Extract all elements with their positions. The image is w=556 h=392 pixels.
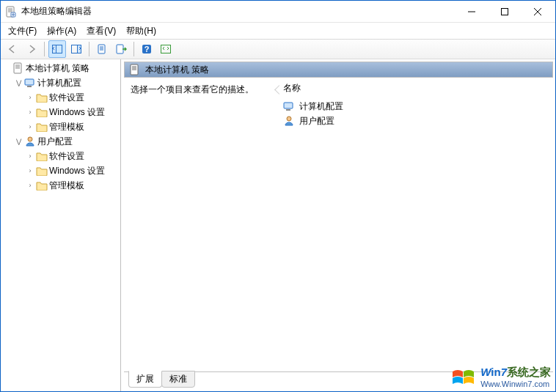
folder-icon (36, 92, 48, 103)
folder-icon (36, 180, 48, 191)
content-area: 本地计算机 策略 ⋁ 计算机配置 › (1, 59, 555, 391)
item-list: 名称 计算机配置 用户配置 (279, 79, 553, 371)
toolbar-separator (44, 42, 45, 56)
menu-help[interactable]: 帮助(H) (122, 23, 161, 39)
toolbar-separator (133, 42, 134, 56)
detail-title: 本地计算机 策略 (145, 64, 209, 76)
tab-extended[interactable]: 扩展 (128, 371, 162, 388)
list-item-label: 用户配置 (299, 115, 334, 127)
tree-item-windows[interactable]: › Windows 设置 (26, 105, 120, 119)
policy-icon (12, 62, 24, 74)
tree-item-software[interactable]: › 软件设置 (26, 90, 120, 105)
svg-rect-17 (117, 45, 123, 53)
toolbar-separator (89, 42, 89, 56)
computer-icon (283, 100, 295, 112)
column-name[interactable]: 名称 (283, 82, 549, 95)
tree-label: 软件设置 (49, 92, 84, 104)
folder-icon (36, 106, 48, 118)
expand-icon[interactable]: › (26, 108, 34, 117)
tree-label: 管理模板 (49, 121, 84, 133)
maximize-button[interactable] (488, 1, 521, 22)
svg-point-27 (28, 137, 32, 141)
description-hint: 选择一个项目来查看它的描述。 (131, 84, 254, 95)
svg-rect-13 (98, 45, 105, 53)
folder-icon (36, 165, 48, 177)
user-icon (24, 136, 36, 147)
export-button[interactable] (112, 40, 130, 58)
tree-root[interactable]: 本地计算机 策略 (2, 61, 120, 75)
menu-action[interactable]: 操作(A) (43, 23, 81, 39)
tree-label: 软件设置 (49, 150, 84, 163)
svg-text:?: ? (145, 45, 150, 53)
show-tree-button[interactable] (48, 40, 66, 58)
tree-label: 管理模板 (49, 180, 84, 192)
toolbar: ? (1, 39, 555, 59)
svg-rect-10 (53, 45, 56, 53)
app-icon (5, 6, 17, 18)
filter-button[interactable] (157, 40, 175, 58)
tree-label: Windows 设置 (49, 165, 105, 177)
forward-button[interactable] (23, 40, 40, 58)
menu-view[interactable]: 查看(V) (82, 23, 120, 39)
menubar: 文件(F) 操作(A) 查看(V) 帮助(H) (1, 23, 555, 39)
list-item-computer[interactable]: 计算机配置 (283, 99, 549, 114)
tree-user-config[interactable]: ⋁ 用户配置 (14, 134, 120, 149)
menu-file[interactable]: 文件(F) (4, 23, 41, 39)
expand-icon[interactable]: › (26, 166, 34, 175)
detail-body: 选择一个项目来查看它的描述。 名称 计算机配置 用户配置 (124, 79, 553, 371)
svg-rect-6 (501, 8, 508, 15)
tree-item-software[interactable]: › 软件设置 (26, 149, 120, 163)
expand-icon[interactable]: › (26, 152, 34, 160)
close-button[interactable] (521, 1, 554, 22)
svg-rect-25 (25, 79, 34, 85)
description-panel: 选择一个项目来查看它的描述。 (125, 79, 279, 371)
tabs-strip: 扩展 标准 (124, 371, 553, 389)
svg-rect-26 (27, 86, 32, 87)
window-title: 本地组策略编辑器 (21, 5, 455, 18)
tree-pane[interactable]: 本地计算机 策略 ⋁ 计算机配置 › (1, 59, 121, 391)
svg-rect-33 (286, 109, 290, 111)
main-pane: 本地计算机 策略 选择一个项目来查看它的描述。 名称 计算机配置 用户配 (121, 59, 555, 391)
tree-label: Windows 设置 (49, 106, 105, 119)
tree-label: 用户配置 (37, 136, 73, 148)
properties-button[interactable] (93, 40, 111, 58)
tree-item-templates[interactable]: › 管理模板 (26, 119, 120, 134)
svg-point-34 (287, 117, 291, 121)
tree-item-templates[interactable]: › 管理模板 (26, 178, 120, 193)
expand-icon[interactable]: › (26, 122, 34, 131)
expand-icon[interactable]: › (26, 93, 34, 102)
collapse-icon[interactable]: ⋁ (14, 78, 23, 87)
tree-item-windows[interactable]: › Windows 设置 (26, 163, 120, 178)
minimize-button[interactable] (455, 1, 488, 22)
policy-icon (129, 64, 141, 75)
computer-icon (24, 77, 36, 89)
tab-standard[interactable]: 标准 (161, 371, 195, 388)
svg-rect-32 (284, 103, 293, 108)
tree-label: 计算机配置 (37, 77, 81, 89)
list-item-user[interactable]: 用户配置 (283, 114, 549, 128)
tree-label: 本地计算机 策略 (26, 62, 89, 75)
collapse-icon[interactable]: ⋁ (14, 137, 23, 146)
tree-computer-config[interactable]: ⋁ 计算机配置 (14, 75, 120, 90)
user-icon (283, 115, 295, 127)
detail-header: 本地计算机 策略 (124, 62, 553, 78)
expand-icon[interactable]: › (26, 181, 34, 190)
titlebar: 本地组策略编辑器 (1, 1, 555, 23)
list-item-label: 计算机配置 (299, 100, 343, 113)
window-controls (455, 1, 554, 22)
svg-rect-12 (78, 45, 81, 53)
folder-icon (36, 121, 48, 133)
help-button[interactable]: ? (138, 40, 156, 58)
svg-rect-20 (161, 45, 171, 53)
back-button[interactable] (4, 40, 21, 58)
folder-icon (36, 150, 48, 162)
show-fav-button[interactable] (67, 40, 85, 58)
